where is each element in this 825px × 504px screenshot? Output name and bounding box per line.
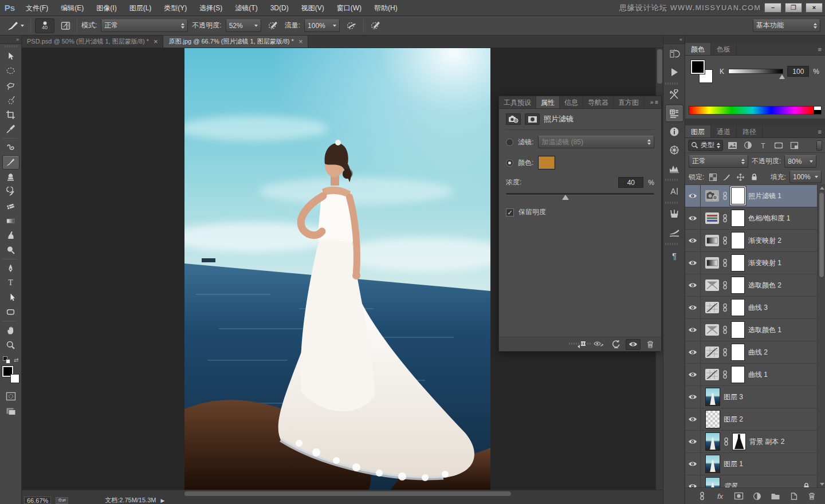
layer-visibility-toggle[interactable] — [685, 297, 701, 318]
status-options-button[interactable]: ⚙⇄ — [56, 497, 68, 504]
layer-row-0[interactable]: 照片滤镜 1 — [685, 185, 817, 207]
screen-mode-button[interactable] — [2, 404, 19, 418]
close-button[interactable]: × — [806, 3, 823, 13]
k-value-input[interactable]: 100 — [787, 66, 809, 77]
lock-all-button[interactable] — [749, 172, 759, 182]
lock-pixels-button[interactable] — [721, 172, 732, 182]
layer-mask-thumbnail[interactable] — [731, 232, 745, 249]
mask-link-icon[interactable] — [722, 325, 728, 334]
foreground-color-swatch[interactable] — [691, 60, 705, 74]
layer-visibility-toggle[interactable] — [685, 274, 701, 296]
k-slider-thumb[interactable] — [779, 74, 785, 79]
canvas-area[interactable]: 工具预设属性信息导航器直方图» ≡ 照片滤镜 滤镜: 加温滤镜 (85) — [22, 48, 663, 490]
mask-link-icon[interactable] — [722, 214, 728, 223]
layer-fill-select[interactable]: 100% — [789, 171, 822, 183]
shape-tool[interactable] — [2, 305, 19, 319]
layer-row-1[interactable]: 色相/饱和度 1 — [685, 207, 817, 230]
layers-scrollbar-thumb[interactable] — [819, 192, 824, 278]
layer-visibility-toggle[interactable] — [685, 319, 701, 341]
actions-panel-button[interactable] — [665, 64, 683, 81]
menu-item-9[interactable]: 窗口(W) — [331, 0, 368, 16]
layer-row-6[interactable]: 选取颜色 1 — [685, 319, 817, 341]
layer-row-4[interactable]: 选取颜色 2 — [685, 274, 817, 297]
zoom-level-field[interactable]: 66.67% — [24, 497, 51, 504]
layer-thumbnail[interactable] — [705, 455, 720, 473]
layer-mask-thumbnail[interactable] — [731, 344, 745, 361]
layer-name[interactable]: 渐变映射 2 — [748, 236, 781, 246]
filter-pixel-layers-button[interactable] — [726, 140, 738, 151]
layer-visibility-toggle[interactable] — [685, 185, 701, 207]
properties-panel-button[interactable] — [665, 105, 683, 122]
layer-row-10[interactable]: 图层 2 — [685, 408, 817, 431]
canvas-image[interactable] — [184, 48, 490, 490]
opacity-select[interactable]: 52% — [226, 19, 261, 32]
layer-row-2[interactable]: 渐变映射 2 — [685, 230, 817, 252]
color-spectrum-ramp[interactable] — [689, 106, 822, 115]
curves-thumbnail[interactable] — [705, 369, 719, 380]
curves-thumbnail[interactable] — [705, 302, 719, 313]
tab-close-icon[interactable]: × — [154, 37, 158, 46]
path-select-tool[interactable] — [2, 290, 19, 305]
filter-adjustment-layers-button[interactable] — [741, 140, 754, 151]
menu-item-7[interactable]: 3D(D) — [264, 0, 295, 16]
type-tool[interactable]: T — [2, 275, 19, 290]
layer-thumbnail[interactable] — [705, 388, 720, 406]
layer-row-3[interactable]: 渐变映射 1 — [685, 252, 817, 274]
lasso-tool[interactable] — [2, 78, 19, 93]
filter-smart-object-button[interactable] — [788, 140, 800, 151]
layer-style-button[interactable]: fx — [714, 490, 726, 502]
delete-adjustment-button[interactable] — [643, 339, 658, 350]
mask-link-icon[interactable] — [722, 258, 728, 267]
delete-layer-button[interactable] — [806, 490, 818, 502]
new-layer-button[interactable] — [787, 490, 800, 502]
quick-select-tool[interactable] — [2, 93, 19, 107]
airbrush-button[interactable] — [344, 19, 359, 33]
lock-position-button[interactable] — [735, 172, 745, 182]
mask-link-icon[interactable] — [722, 281, 728, 290]
layer-visibility-toggle[interactable] — [685, 341, 701, 363]
layer-visibility-toggle[interactable] — [685, 431, 701, 452]
eyedropper-tool[interactable] — [2, 122, 19, 136]
hue-sat-thumbnail[interactable] — [705, 212, 719, 224]
menu-item-1[interactable]: 编辑(E) — [54, 0, 90, 16]
layer-mask-thumbnail[interactable] — [731, 210, 745, 227]
default-colors-button[interactable] — [3, 356, 10, 364]
reset-button[interactable] — [608, 339, 623, 350]
mask-link-icon[interactable] — [722, 236, 728, 245]
toolbar-drag-handle[interactable] — [5, 45, 17, 48]
link-layers-button[interactable] — [696, 490, 708, 502]
patch-tool[interactable] — [2, 140, 19, 155]
layers-tab-2[interactable]: 路径 — [737, 125, 763, 137]
menu-item-5[interactable]: 选择(S) — [193, 0, 229, 16]
density-input[interactable]: 40 — [618, 177, 643, 188]
zoom-tool[interactable] — [2, 338, 19, 352]
view-previous-state-button[interactable] — [591, 339, 606, 350]
layer-visibility-toggle[interactable] — [685, 252, 701, 274]
gradient-map-thumbnail[interactable] — [705, 257, 719, 269]
layer-mask-thumbnail[interactable] — [731, 321, 745, 338]
layer-mask-thumbnail[interactable] — [731, 299, 745, 316]
filter-color-swatch[interactable] — [538, 156, 555, 170]
layer-row-8[interactable]: 曲线 1 — [685, 364, 817, 386]
layer-mask-thumbnail[interactable] — [731, 254, 745, 271]
hand-tool[interactable] — [2, 323, 19, 337]
layer-name[interactable]: 选取颜色 2 — [748, 281, 781, 290]
filter-shape-layers-button[interactable] — [772, 140, 785, 151]
brush-presets-panel-button[interactable] — [665, 206, 683, 223]
layer-row-12[interactable]: 图层 1 — [685, 453, 817, 475]
tablet-pressure-opacity-button[interactable] — [265, 19, 281, 33]
brush-preset-picker[interactable]: 40 — [35, 18, 54, 33]
layer-visibility-toggle[interactable] — [685, 386, 701, 408]
swap-colors-button[interactable]: ⇄ — [14, 357, 18, 363]
layer-opacity-select[interactable]: 80% — [784, 155, 816, 168]
info-panel-button[interactable] — [665, 123, 683, 140]
layer-filter-toggle[interactable] — [816, 140, 822, 151]
hscroll-thumb[interactable] — [184, 491, 511, 496]
layer-row-7[interactable]: 曲线 2 — [685, 341, 817, 364]
layer-name[interactable]: 曲线 2 — [748, 348, 768, 357]
mask-link-icon[interactable] — [722, 191, 728, 200]
layer-filter-type-select[interactable]: 类型 — [688, 140, 723, 151]
toolbar-collapse-button[interactable]: » — [0, 36, 21, 44]
layer-row-11[interactable]: 背景 副本 2 — [685, 431, 817, 453]
canvas-horizontal-scrollbar[interactable] — [22, 490, 663, 497]
